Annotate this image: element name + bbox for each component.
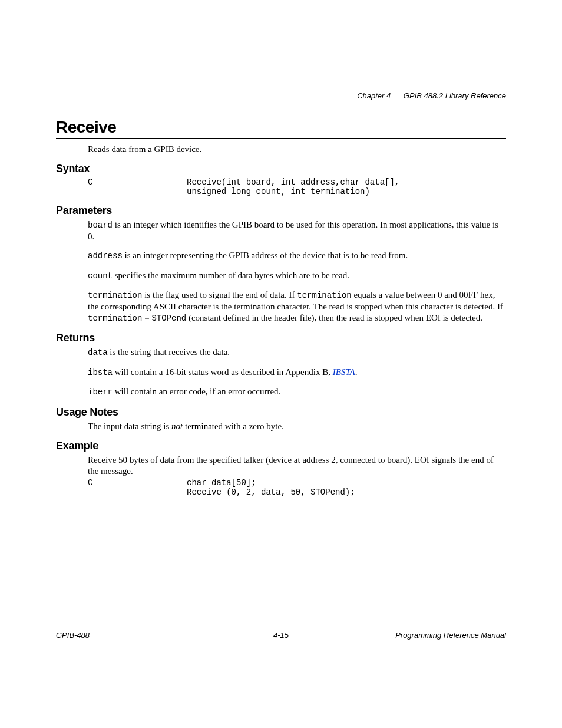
intro-text: Reads data from a GPIB device.: [88, 144, 506, 154]
usage-text: The input data string is not terminated …: [88, 421, 506, 432]
code-term1: termination: [88, 291, 142, 300]
text-ibsta1: will contain a 16-bit status word as des…: [113, 367, 333, 377]
example-heading: Example: [56, 440, 506, 452]
header-section: GPIB 488.2 Library Reference: [404, 91, 506, 100]
text-address: is an integer representing the GPIB addr…: [123, 251, 408, 260]
return-data: data is the string that receives the dat…: [88, 347, 506, 358]
usage-italic: not: [171, 421, 183, 431]
example-code: char data[50]; Receive (0, 2, data, 50, …: [187, 478, 355, 497]
usage-text2: terminated with a zero byte.: [183, 421, 284, 431]
text-term1: is the flag used to signal the end of da…: [142, 290, 297, 299]
param-count: count specifies the maximum number of da…: [88, 270, 506, 282]
footer: GPIB-488 4-15 Programming Reference Manu…: [56, 631, 506, 640]
syntax-code: Receive(int board, int address,char data…: [187, 177, 399, 196]
example-block: Receive 50 bytes of data from the specif…: [88, 454, 506, 497]
footer-center: 4-15: [56, 631, 506, 640]
code-term4: STOPend: [151, 314, 186, 323]
syntax-row: C Receive(int board, int address,char da…: [88, 177, 506, 196]
example-lang: C: [88, 478, 187, 497]
parameters-heading: Parameters: [56, 205, 506, 217]
example-code-row: C char data[50]; Receive (0, 2, data, 50…: [88, 478, 506, 497]
return-iberr: iberr will contain an error code, if an …: [88, 386, 506, 398]
returns-heading: Returns: [56, 332, 506, 344]
syntax-lang: C: [88, 177, 187, 196]
code-term3: termination: [88, 314, 142, 323]
code-data: data: [88, 348, 108, 357]
syntax-heading: Syntax: [56, 163, 506, 175]
code-term2: termination: [297, 291, 351, 300]
return-ibsta: ibsta will contain a 16-bit status word …: [88, 367, 506, 378]
page-title: Receive: [56, 118, 506, 137]
example-desc: Receive 50 bytes of data from the specif…: [88, 454, 506, 477]
text-board: is an integer which identifies the GPIB …: [88, 220, 498, 241]
page: Chapter 4 GPIB 488.2 Library Reference R…: [0, 0, 562, 728]
syntax-block: C Receive(int board, int address,char da…: [88, 177, 506, 196]
code-iberr: iberr: [88, 387, 113, 397]
parameters-block: board is an integer which identifies the…: [88, 219, 506, 324]
code-address: address: [88, 251, 123, 261]
text-ibsta2: .: [355, 367, 358, 377]
usage-heading: Usage Notes: [56, 406, 506, 419]
text-data: is the string that receives the data.: [108, 347, 230, 357]
usage-block: The input data string is not terminated …: [88, 421, 506, 432]
code-ibsta: ibsta: [88, 368, 113, 377]
param-address: address is an integer representing the G…: [88, 250, 506, 262]
param-termination: termination is the flag used to signal t…: [88, 289, 506, 324]
code-board: board: [88, 220, 113, 230]
link-ibsta[interactable]: IBSTA: [333, 367, 355, 377]
param-board: board is an integer which identifies the…: [88, 219, 506, 242]
usage-text1: The input data string is: [88, 421, 171, 431]
header-chapter: Chapter 4: [357, 91, 391, 100]
text-term4: (constant defined in the header file), t…: [186, 313, 482, 322]
text-term3: =: [142, 313, 151, 322]
returns-block: data is the string that receives the dat…: [88, 347, 506, 398]
title-rule: [56, 138, 506, 139]
text-iberr: will contain an error code, if an error …: [113, 387, 280, 396]
text-count: specifies the maximum number of data byt…: [113, 271, 349, 280]
running-header: Chapter 4 GPIB 488.2 Library Reference: [357, 91, 506, 100]
code-count: count: [88, 271, 113, 281]
